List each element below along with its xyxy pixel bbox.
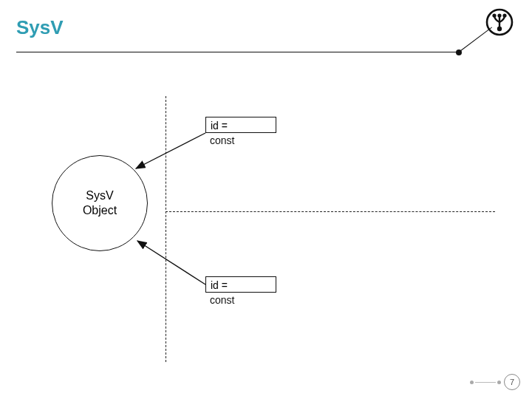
id-box-top: id = [205,117,276,133]
id-box-bottom: id = [205,276,276,293]
page-number-line-icon [475,382,496,383]
id-box-top-line1: id = [211,119,271,132]
vertical-divider-dashed [166,96,166,362]
sysv-object-node: SysV Object [52,155,148,251]
svg-point-2 [492,13,496,17]
slide: SysV SysV Object id = const id = const [0,0,532,399]
page-number-decoration: 7 [470,374,520,390]
page-number: 7 [504,374,520,390]
sysv-object-label: SysV Object [83,188,117,218]
page-number-dot-icon [470,381,474,384]
id-box-bottom-line2: const [210,294,234,306]
id-box-bottom-line1: id = [211,279,271,292]
id-box-top-line2: const [210,134,234,146]
svg-line-5 [136,133,205,168]
horizontal-divider-dashed [166,211,495,212]
page-title: SysV [16,16,64,39]
header-rule [16,52,460,52]
page-number-dot-icon [497,381,501,384]
svg-point-4 [502,13,506,17]
svg-line-6 [137,241,205,284]
branch-logo-icon [485,7,514,37]
